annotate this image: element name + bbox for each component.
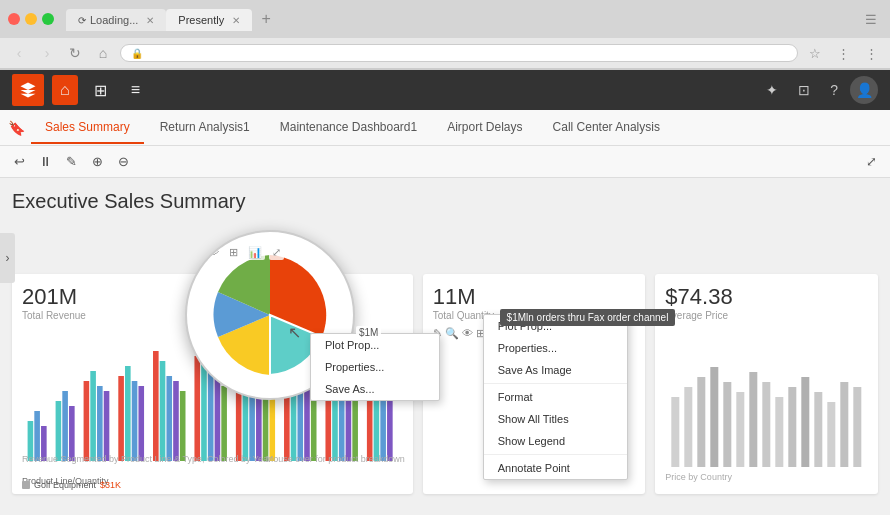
maximize-button[interactable] (42, 13, 54, 25)
bookmark-star-icon[interactable]: ☆ (804, 42, 826, 64)
svg-rect-50 (737, 392, 745, 467)
svg-rect-56 (815, 392, 823, 467)
mag-table-icon[interactable]: ⊞ (226, 245, 241, 260)
cursor-icon: ↖ (288, 323, 301, 342)
browser-tab-loading[interactable]: ⟳ Loading... ✕ (66, 9, 166, 31)
tab-maintenance[interactable]: Maintenance Dashboard1 (266, 112, 431, 144)
tab-return-analysis[interactable]: Return Analysis1 (146, 112, 264, 144)
svg-rect-7 (90, 371, 96, 461)
app-bar: ⌂ ⊞ ≡ ✦ ⊡ ? 👤 (0, 70, 890, 110)
quantity-context-menu: Plot Prop... Properties... Save As Image… (483, 314, 628, 480)
cards-row-top: 201M Total Revenue (12, 274, 878, 515)
svg-rect-13 (138, 386, 144, 461)
svg-rect-55 (802, 377, 810, 467)
context-annotate[interactable]: Annotate Point (484, 457, 627, 479)
dashboard: Executive Sales Summary 201M Total Reven… (0, 178, 890, 515)
tab-spinner-icon: ⟳ (78, 15, 86, 26)
legend-value: $31K (100, 480, 121, 490)
sparkle-icon[interactable]: ✦ (758, 76, 786, 104)
quantity-tooltip: $1Mln orders thru Fax order channel (500, 309, 676, 326)
svg-rect-39 (352, 391, 358, 461)
main-context-menu: Plot Prop... Properties... Save As... (310, 333, 440, 401)
zoom-out-button[interactable]: ⊖ (112, 151, 134, 173)
svg-rect-3 (56, 401, 62, 461)
legend-row: Golf Equipment $31K (22, 480, 121, 490)
svg-rect-29 (269, 391, 275, 461)
zoom-in-button[interactable]: ⊕ (86, 151, 108, 173)
svg-rect-18 (180, 391, 186, 461)
svg-rect-10 (118, 376, 124, 461)
context-properties[interactable]: Properties... (484, 337, 627, 359)
nav-chart-icon[interactable]: ≡ (123, 75, 148, 105)
user-avatar[interactable]: 👤 (850, 76, 878, 104)
svg-rect-14 (153, 351, 159, 461)
address-bar[interactable]: 🔒 (120, 44, 798, 62)
tab-airport[interactable]: Airport Delays (433, 112, 536, 144)
svg-rect-45 (672, 397, 680, 467)
help-icon[interactable]: ? (822, 76, 846, 104)
svg-rect-8 (97, 386, 103, 461)
revenue-label: Total Revenue (22, 310, 86, 321)
tab-close-icon-2[interactable]: ✕ (232, 15, 240, 26)
mag-chart-icon[interactable]: 📊 (245, 245, 265, 260)
browser-tab-label-2: Presently (178, 14, 224, 26)
tab-call-center[interactable]: Call Center Analysis (539, 112, 674, 144)
svg-rect-53 (776, 397, 784, 467)
tab-close-icon[interactable]: ✕ (146, 15, 154, 26)
svg-rect-52 (763, 382, 771, 467)
price-card: $74.38 Average Price Pr (655, 274, 878, 494)
quantity-card: 11M Total Quantity ✎ 🔍 👁 ⊞ ↗ ⤢ ✎ (423, 274, 646, 494)
home-button[interactable]: ⌂ (92, 42, 114, 64)
forward-button[interactable]: › (36, 42, 58, 64)
svg-rect-23 (221, 386, 227, 461)
browser-more-icon[interactable]: ⋮ (860, 42, 882, 64)
svg-rect-17 (173, 381, 179, 461)
svg-rect-54 (789, 387, 797, 467)
svg-rect-12 (132, 381, 138, 461)
revenue-label-1m: $1M (356, 326, 381, 339)
svg-rect-58 (841, 382, 849, 467)
svg-rect-11 (125, 366, 131, 461)
search-icon[interactable]: 🔍 (445, 327, 459, 340)
svg-rect-6 (84, 381, 90, 461)
main-save-as[interactable]: Save As... (311, 378, 439, 400)
pause-button[interactable]: ⏸ (34, 151, 56, 173)
price-metric: $74.38 (665, 284, 868, 310)
browser-tab-presently[interactable]: Presently ✕ (166, 9, 252, 31)
undo-button[interactable]: ↩ (8, 151, 30, 173)
browser-settings-icon[interactable]: ⋮ (832, 42, 854, 64)
quantity-metric: 11M (433, 284, 636, 310)
mag-expand-icon[interactable]: ⤢ (269, 245, 284, 260)
tabs-bar: 🔖 Sales Summary Return Analysis1 Mainten… (0, 110, 890, 146)
reload-button[interactable]: ↻ (64, 42, 86, 64)
lock-icon: 🔒 (131, 48, 143, 59)
main-properties[interactable]: Properties... (311, 356, 439, 378)
context-show-titles[interactable]: Show All Titles (484, 408, 627, 430)
back-button[interactable]: ‹ (8, 42, 30, 64)
expand-button[interactable]: ⤢ (860, 151, 882, 173)
svg-rect-43 (387, 391, 393, 461)
context-save-image[interactable]: Save As Image (484, 359, 627, 381)
tab-sales-summary[interactable]: Sales Summary (31, 112, 144, 144)
svg-rect-16 (166, 376, 172, 461)
nav-home-icon[interactable]: ⌂ (52, 75, 78, 105)
share-icon[interactable]: ⊡ (790, 76, 818, 104)
minimize-button[interactable] (25, 13, 37, 25)
app-logo[interactable] (12, 74, 44, 106)
new-tab-button[interactable]: + (252, 7, 280, 31)
bookmark-icon: 🔖 (8, 120, 25, 136)
svg-rect-51 (750, 372, 758, 467)
nav-grid-icon[interactable]: ⊞ (86, 75, 115, 106)
legend-item-label: Golf Equipment (34, 480, 96, 490)
eye-icon[interactable]: 👁 (462, 327, 473, 340)
price-bar-chart (665, 327, 868, 467)
edit-button[interactable]: ✎ (60, 151, 82, 173)
context-format[interactable]: Format (484, 386, 627, 408)
left-nav-arrow[interactable]: › (0, 233, 15, 283)
mag-eye-icon[interactable]: 👁 (205, 245, 222, 260)
address-input[interactable] (148, 47, 787, 59)
svg-rect-49 (724, 382, 732, 467)
close-button[interactable] (8, 13, 20, 25)
browser-menu-icon[interactable]: ☰ (860, 8, 882, 30)
context-show-legend[interactable]: Show Legend (484, 430, 627, 452)
